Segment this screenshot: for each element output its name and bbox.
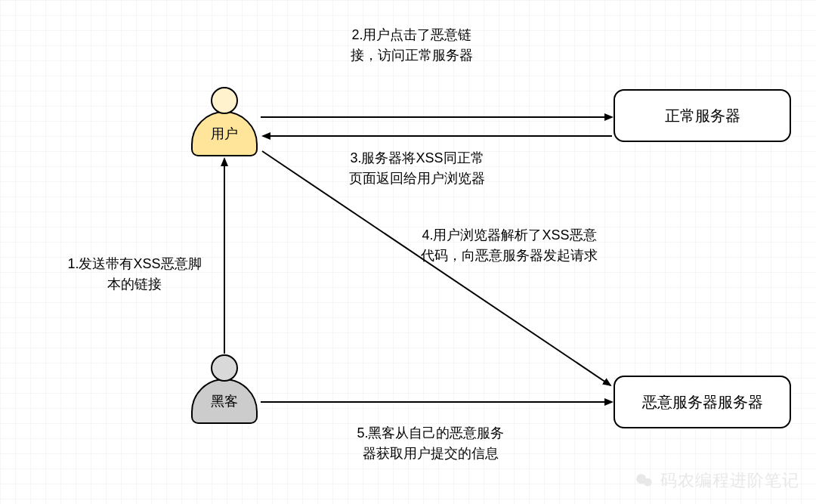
- malicious-server-label: 恶意服务器服务器: [642, 392, 763, 413]
- hacker-head-icon: [211, 354, 238, 382]
- hacker-label: 黑客: [211, 392, 238, 410]
- normal-server-label: 正常服务器: [665, 106, 740, 126]
- step-5-label: 5.黑客从自己的恶意服务 器获取用户提交的信息: [332, 423, 529, 464]
- step-1-label: 1.发送带有XSS恶意脚 本的链接: [55, 254, 214, 295]
- step-3-label: 3.服务器将XSS同正常 页面返回给用户浏览器: [326, 148, 508, 189]
- svg-point-6: [644, 478, 652, 487]
- watermark: 码农编程进阶笔记: [635, 469, 799, 492]
- watermark-text: 码农编程进阶笔记: [660, 469, 799, 492]
- hacker-actor: 黑客: [191, 354, 258, 424]
- user-actor: 用户: [191, 87, 258, 156]
- step-2-label: 2.用户点击了恶意链 接，访问正常服务器: [325, 25, 499, 66]
- malicious-server-box: 恶意服务器服务器: [614, 376, 791, 428]
- user-label: 用户: [211, 125, 238, 143]
- step-4-label: 4.用户浏览器解析了XSS恶意 代码，向恶意服务器发起请求: [396, 225, 623, 266]
- normal-server-box: 正常服务器: [614, 89, 791, 142]
- wechat-icon: [635, 471, 654, 490]
- user-body: 用户: [191, 111, 258, 156]
- hacker-body: 黑客: [191, 379, 258, 424]
- user-head-icon: [211, 87, 238, 114]
